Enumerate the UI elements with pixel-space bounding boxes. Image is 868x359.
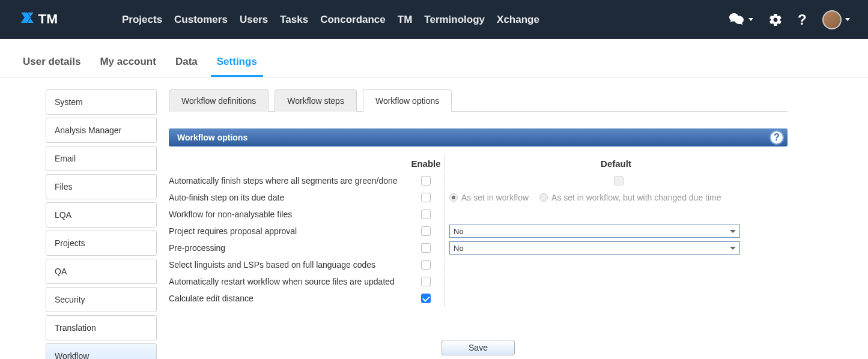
- option-row-proposal-approval: Project requires proposal approval No: [169, 223, 788, 240]
- subtab-user-details[interactable]: User details: [17, 50, 86, 77]
- option-label: Workflow for non-analysable files: [169, 208, 408, 221]
- option-label: Auto-finish step on its due date: [169, 191, 408, 204]
- option-label: Pre-processing: [169, 241, 408, 255]
- enable-checkbox[interactable]: [421, 226, 431, 236]
- enable-checkbox[interactable]: [421, 294, 431, 303]
- sidebar-item-email[interactable]: Email: [46, 146, 157, 171]
- option-row-non-analysable: Workflow for non-analysable files: [169, 206, 788, 223]
- content: Workflow definitions Workflow steps Work…: [157, 89, 868, 359]
- avatar: [822, 10, 842, 29]
- col-enable: Enable: [408, 155, 444, 172]
- option-row-auto-finish-due: Auto-finish step on its due date As set …: [169, 189, 788, 206]
- xtm-logo-icon: TM: [21, 10, 98, 29]
- save-button[interactable]: Save: [442, 340, 515, 355]
- enable-checkbox[interactable]: [421, 193, 431, 202]
- sidebar-item-qa[interactable]: QA: [46, 259, 157, 284]
- tab-workflow-steps[interactable]: Workflow steps: [275, 89, 357, 112]
- main: System Analysis Manager Email Files LQA …: [0, 77, 868, 359]
- option-label: Automatically finish steps where all seg…: [169, 174, 408, 187]
- enable-checkbox[interactable]: [421, 260, 431, 270]
- topbar: TM Projects Customers Users Tasks Concor…: [0, 0, 868, 39]
- topnav-projects[interactable]: Projects: [122, 14, 162, 26]
- sidebar-item-lqa[interactable]: LQA: [46, 202, 157, 228]
- subtabs: User details My account Data Settings: [0, 39, 868, 77]
- radio-as-set: [449, 193, 458, 202]
- radio-changed-due-label: As set in workflow, but with changed due…: [551, 193, 721, 202]
- sidebar-item-analysis-manager[interactable]: Analysis Manager: [46, 118, 157, 143]
- option-row-pre-processing: Pre-processing No: [169, 240, 788, 256]
- sidebar-item-files[interactable]: Files: [46, 174, 157, 199]
- chat-icon[interactable]: [729, 13, 753, 26]
- sidebar-item-projects[interactable]: Projects: [46, 231, 157, 256]
- help-icon[interactable]: ?: [798, 13, 807, 27]
- save-row: Save: [169, 340, 788, 355]
- subtab-data[interactable]: Data: [169, 50, 204, 77]
- topnav-concordance[interactable]: Concordance: [320, 14, 386, 26]
- option-row-select-linguists: Select linguists and LSPs based on full …: [169, 256, 788, 273]
- topnav-customers[interactable]: Customers: [174, 14, 228, 26]
- options-header: Enable Default: [169, 155, 788, 172]
- topnav: Projects Customers Users Tasks Concordan…: [122, 14, 539, 26]
- default-dropdown[interactable]: No: [449, 241, 740, 255]
- option-row-auto-restart: Automatically restart workflow when sour…: [169, 273, 788, 290]
- sidebar: System Analysis Manager Email Files LQA …: [46, 89, 157, 359]
- radio-changed-due: [539, 193, 548, 202]
- sidebar-item-workflow[interactable]: Workflow: [46, 343, 157, 359]
- tabs: Workflow definitions Workflow steps Work…: [169, 89, 788, 112]
- topnav-xchange[interactable]: Xchange: [497, 14, 539, 26]
- default-dropdown[interactable]: No: [449, 225, 740, 238]
- option-label: Select linguists and LSPs based on full …: [169, 258, 408, 271]
- chevron-down-icon: [730, 230, 736, 233]
- enable-checkbox[interactable]: [421, 243, 431, 253]
- topnav-tasks[interactable]: Tasks: [280, 14, 308, 26]
- dropdown-value: No: [454, 244, 464, 253]
- chevron-down-icon: [730, 247, 736, 250]
- subtab-settings[interactable]: Settings: [211, 50, 263, 77]
- svg-text:?: ?: [798, 13, 807, 27]
- option-label: Project requires proposal approval: [169, 225, 408, 238]
- col-default: Default: [444, 155, 788, 172]
- sidebar-item-translation[interactable]: Translation: [46, 315, 157, 340]
- col-label: [169, 155, 408, 172]
- option-row-auto-finish-green: Automatically finish steps where all seg…: [169, 172, 788, 189]
- topnav-terminology[interactable]: Terminology: [424, 14, 485, 26]
- logo[interactable]: TM: [21, 10, 98, 29]
- panel-help-icon[interactable]: ?: [769, 130, 784, 145]
- svg-text:TM: TM: [38, 11, 58, 26]
- dropdown-value: No: [454, 227, 464, 236]
- user-menu[interactable]: [822, 10, 850, 29]
- option-label: Calculate edit distance: [169, 292, 408, 305]
- option-row-edit-distance: Calculate edit distance: [169, 290, 788, 307]
- enable-checkbox[interactable]: [421, 210, 431, 219]
- topnav-users[interactable]: Users: [240, 14, 268, 26]
- sidebar-item-system[interactable]: System: [46, 89, 157, 115]
- subtab-my-account[interactable]: My account: [94, 50, 162, 77]
- enable-checkbox[interactable]: [421, 277, 431, 286]
- topbar-right: ?: [729, 10, 850, 29]
- tab-workflow-options[interactable]: Workflow options: [363, 89, 452, 112]
- tab-workflow-definitions[interactable]: Workflow definitions: [169, 89, 269, 112]
- options-table: Enable Default Automatically finish step…: [169, 155, 788, 307]
- panel-title: Workflow options: [177, 133, 247, 142]
- topnav-tm[interactable]: TM: [398, 14, 413, 26]
- gear-icon[interactable]: [768, 13, 783, 27]
- radio-as-set-label: As set in workflow: [461, 193, 529, 202]
- default-checkbox: [614, 176, 624, 186]
- panel-heading: Workflow options ?: [169, 128, 788, 146]
- option-label: Automatically restart workflow when sour…: [169, 275, 408, 288]
- sidebar-item-security[interactable]: Security: [46, 287, 157, 312]
- enable-checkbox[interactable]: [421, 176, 431, 186]
